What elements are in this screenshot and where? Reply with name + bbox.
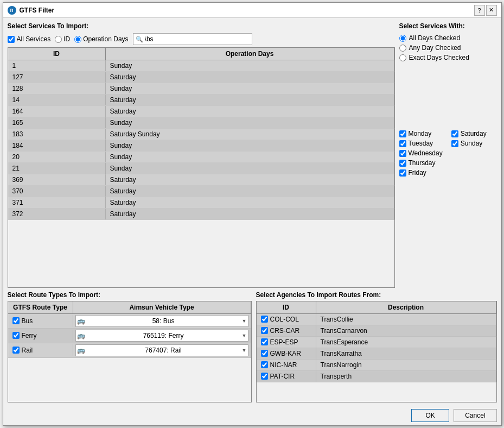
services-with-option[interactable]: Any Day Checked <box>399 44 497 52</box>
day-label: Monday <box>409 130 432 137</box>
day-checkbox-item[interactable]: Friday <box>399 169 443 177</box>
select-services-with-label: Select Services With: <box>399 22 497 30</box>
id-radio-item[interactable]: ID <box>55 35 70 43</box>
table-row[interactable]: 164 Saturday <box>8 106 394 117</box>
agency-desc-cell: TransCarnarvon <box>316 325 496 336</box>
day-label: Thursday <box>409 159 436 167</box>
service-id-cell: 20 <box>8 152 106 162</box>
services-with-label: All Days Checked <box>409 34 461 42</box>
gtfs-type-label: Ferry <box>22 332 37 339</box>
route-type-checkbox[interactable] <box>12 347 20 354</box>
services-with-radio[interactable] <box>399 45 406 52</box>
gtfs-filter-dialog: n GTFS Filter ? ✕ Select Services To Imp… <box>3 2 502 426</box>
route-type-checkbox[interactable] <box>12 332 20 339</box>
all-services-checkbox[interactable] <box>8 36 15 43</box>
table-row[interactable]: 127 Saturday <box>8 72 394 83</box>
route-types-table: GTFS Route Type Aimsun Vehicle Type Bus … <box>8 301 252 402</box>
agency-row[interactable]: CRS-CAR TransCarnarvon <box>257 325 496 337</box>
title-buttons: ? ✕ <box>474 5 497 16</box>
route-type-row[interactable]: Bus 🚌 58: Bus ▼ <box>8 314 251 329</box>
table-row[interactable]: 370 Saturday <box>8 186 394 197</box>
table-row[interactable]: 20 Sunday <box>8 152 394 163</box>
agency-checkbox[interactable] <box>261 327 268 334</box>
day-checkbox-item[interactable]: Saturday <box>451 130 487 137</box>
day-checkbox[interactable] <box>399 160 406 167</box>
gtfs-type-cell: Ferry <box>8 330 73 342</box>
agency-row[interactable]: COL-COL TransCollie <box>257 314 496 325</box>
close-button[interactable]: ✕ <box>486 5 497 16</box>
services-with-radio[interactable] <box>399 54 406 61</box>
opdays-radio[interactable] <box>74 36 81 43</box>
all-services-check[interactable]: All Services <box>8 35 51 43</box>
agency-id-label: COL-COL <box>270 316 299 323</box>
opdays-radio-item[interactable]: Operation Days <box>74 35 128 43</box>
day-checkbox-item[interactable]: Monday <box>399 130 443 137</box>
aimsun-type-cell[interactable]: 🚌 767407: Rail ▼ <box>73 343 251 357</box>
table-row[interactable]: 1 Sunday <box>8 60 394 72</box>
ok-button[interactable]: OK <box>411 409 449 422</box>
table-row[interactable]: 165 Sunday <box>8 117 394 129</box>
table-row[interactable]: 372 Saturday <box>8 209 394 220</box>
agency-row[interactable]: PAT-CIR Transperth <box>257 371 496 382</box>
day-checkbox-item[interactable]: Wednesday <box>399 149 443 157</box>
table-row[interactable]: 369 Saturday <box>8 174 394 186</box>
service-id-cell: 184 <box>8 140 106 151</box>
day-checkbox[interactable] <box>399 130 406 137</box>
id-column-header: ID <box>8 48 106 60</box>
service-days-cell: Saturday Sunday <box>106 129 394 140</box>
days-columns: MondayTuesdayWednesdayThursdayFriday Sat… <box>399 130 497 177</box>
agency-row[interactable]: ESP-ESP TransEsperance <box>257 337 496 348</box>
help-button[interactable]: ? <box>474 5 485 16</box>
table-row[interactable]: 371 Saturday <box>8 197 394 209</box>
day-checkbox-item[interactable]: Sunday <box>451 140 487 147</box>
table-row[interactable]: 183 Saturday Sunday <box>8 129 394 140</box>
table-row[interactable]: 184 Sunday <box>8 140 394 152</box>
vehicle-type-label: 58: Bus <box>152 317 175 325</box>
agency-desc-label: TransCollie <box>321 316 353 323</box>
days-col-weekdays: MondayTuesdayWednesdayThursdayFriday <box>399 130 443 177</box>
id-radio[interactable] <box>55 36 62 43</box>
aimsun-vehicle-dropdown[interactable]: 🚌 767407: Rail ▼ <box>75 344 248 356</box>
day-checkbox-item[interactable]: Tuesday <box>399 140 443 147</box>
select-services-label: Select Services To Import: <box>8 22 89 30</box>
id-radio-label: ID <box>63 35 70 43</box>
service-days-cell: Saturday <box>106 197 394 208</box>
aimsun-vehicle-dropdown[interactable]: 🚌 58: Bus ▼ <box>75 315 248 327</box>
agency-checkbox[interactable] <box>261 338 268 345</box>
services-table-body[interactable]: 1 Sunday 127 Saturday 128 Sunday 14 Satu… <box>8 60 394 287</box>
route-type-row[interactable]: Ferry 🚌 765119: Ferry ▼ <box>8 329 251 343</box>
agencies-body[interactable]: COL-COL TransCollie CRS-CAR TransCarnarv… <box>257 314 496 402</box>
day-checkbox[interactable] <box>399 140 406 147</box>
day-checkbox[interactable] <box>451 140 458 147</box>
service-id-cell: 165 <box>8 117 106 128</box>
agency-checkbox[interactable] <box>261 316 268 323</box>
route-type-checkbox[interactable] <box>12 317 20 324</box>
aimsun-vehicle-dropdown[interactable]: 🚌 765119: Ferry ▼ <box>75 330 248 342</box>
agencies-table: ID Description COL-COL TransCollie CRS-C… <box>256 301 497 402</box>
cancel-button[interactable]: Cancel <box>454 409 496 422</box>
table-row[interactable]: 128 Sunday <box>8 83 394 95</box>
agency-desc-label: TransCarnarvon <box>321 327 367 335</box>
day-checkbox[interactable] <box>451 130 458 137</box>
agency-checkbox[interactable] <box>261 373 268 380</box>
table-row[interactable]: 21 Sunday <box>8 163 394 174</box>
agency-row[interactable]: NIC-NAR TransNarrogin <box>257 360 496 371</box>
aimsun-type-cell[interactable]: 🚌 765119: Ferry ▼ <box>73 329 251 343</box>
agency-checkbox[interactable] <box>261 361 268 368</box>
agency-checkbox[interactable] <box>261 350 268 357</box>
table-row[interactable]: 14 Saturday <box>8 95 394 106</box>
title-bar-left: n GTFS Filter <box>8 6 55 15</box>
day-checkbox[interactable] <box>399 150 406 157</box>
vehicle-icon: 🚌 <box>77 332 85 339</box>
day-checkbox[interactable] <box>399 169 406 177</box>
route-type-row[interactable]: Rail 🚌 767407: Rail ▼ <box>8 343 251 358</box>
agency-row[interactable]: GWB-KAR TransKarratha <box>257 348 496 360</box>
services-with-radio[interactable] <box>399 35 406 42</box>
day-checkbox-item[interactable]: Thursday <box>399 159 443 167</box>
ag-id-col-header: ID <box>257 301 316 313</box>
search-input[interactable] <box>145 35 250 43</box>
services-with-option[interactable]: Exact Days Checked <box>399 54 497 61</box>
aimsun-type-cell[interactable]: 🚌 58: Bus ▼ <box>73 314 251 328</box>
service-id-cell: 21 <box>8 163 106 174</box>
services-with-option[interactable]: All Days Checked <box>399 34 497 42</box>
